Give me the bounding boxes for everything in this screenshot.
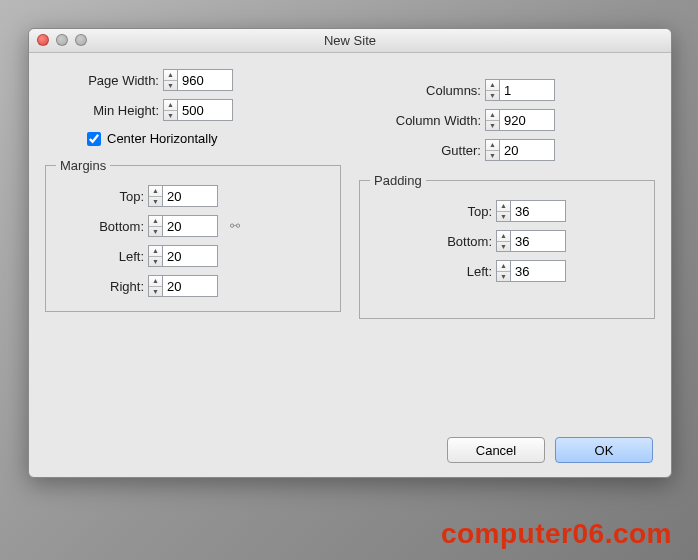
margin-right-spin-buttons[interactable]: ▲▼ (148, 275, 162, 297)
center-horizontally-row: Center Horizontally (87, 131, 341, 146)
padding-left-spin-buttons[interactable]: ▲▼ (496, 260, 510, 282)
watermark: computer06.com (441, 518, 672, 550)
margin-top-stepper[interactable]: ▲▼ (148, 185, 218, 207)
chevron-down-icon[interactable]: ▼ (149, 197, 162, 207)
padding-bottom-row: Bottom: ▲▼ (370, 228, 644, 254)
min-height-input[interactable] (177, 99, 233, 121)
dialog-window: New Site Page Width: ▲▼ Min Height: ▲▼ (28, 28, 672, 478)
cancel-button[interactable]: Cancel (447, 437, 545, 463)
chevron-up-icon[interactable]: ▲ (149, 216, 162, 227)
chevron-up-icon[interactable]: ▲ (486, 140, 499, 151)
gutter-input[interactable] (499, 139, 555, 161)
link-icon[interactable]: ⚯ (230, 220, 240, 232)
center-horizontally-checkbox[interactable] (87, 132, 101, 146)
padding-top-spin-buttons[interactable]: ▲▼ (496, 200, 510, 222)
window-title: New Site (324, 33, 376, 48)
min-height-label: Min Height: (45, 103, 163, 118)
gutter-stepper[interactable]: ▲▼ (485, 139, 555, 161)
column-width-stepper[interactable]: ▲▼ (485, 109, 555, 131)
columns-stepper[interactable]: ▲▼ (485, 79, 555, 101)
margin-bottom-spin-buttons[interactable]: ▲▼ (148, 215, 162, 237)
margin-left-label: Left: (56, 249, 148, 264)
column-width-spin-buttons[interactable]: ▲▼ (485, 109, 499, 131)
margin-left-input[interactable] (162, 245, 218, 267)
gutter-spin-buttons[interactable]: ▲▼ (485, 139, 499, 161)
chevron-up-icon[interactable]: ▲ (497, 201, 510, 212)
padding-top-stepper[interactable]: ▲▼ (496, 200, 566, 222)
chevron-up-icon[interactable]: ▲ (497, 261, 510, 272)
padding-left-label: Left: (370, 264, 496, 279)
chevron-down-icon[interactable]: ▼ (486, 91, 499, 101)
chevron-up-icon[interactable]: ▲ (149, 246, 162, 257)
margin-bottom-input[interactable] (162, 215, 218, 237)
padding-bottom-input[interactable] (510, 230, 566, 252)
chevron-up-icon[interactable]: ▲ (164, 70, 177, 81)
margin-bottom-row: Bottom: ▲▼ ⚯ (56, 213, 330, 239)
chevron-up-icon[interactable]: ▲ (149, 276, 162, 287)
padding-left-row: Left: ▲▼ (370, 258, 644, 284)
chevron-down-icon[interactable]: ▼ (149, 227, 162, 237)
chevron-up-icon[interactable]: ▲ (486, 110, 499, 121)
center-horizontally-label: Center Horizontally (107, 131, 218, 146)
ok-button[interactable]: OK (555, 437, 653, 463)
page-width-stepper[interactable]: ▲▼ (163, 69, 233, 91)
margin-top-label: Top: (56, 189, 148, 204)
chevron-down-icon[interactable]: ▼ (149, 257, 162, 267)
margin-top-row: Top: ▲▼ (56, 183, 330, 209)
gutter-label: Gutter: (359, 143, 485, 158)
page-width-input[interactable] (177, 69, 233, 91)
gutter-row: Gutter: ▲▼ (359, 137, 655, 163)
chevron-down-icon[interactable]: ▼ (486, 151, 499, 161)
chevron-down-icon[interactable]: ▼ (149, 287, 162, 297)
close-icon[interactable] (37, 34, 49, 46)
chevron-down-icon[interactable]: ▼ (164, 111, 177, 121)
padding-left-stepper[interactable]: ▲▼ (496, 260, 566, 282)
margin-left-spin-buttons[interactable]: ▲▼ (148, 245, 162, 267)
chevron-down-icon[interactable]: ▼ (497, 272, 510, 282)
margin-right-input[interactable] (162, 275, 218, 297)
zoom-icon[interactable] (75, 34, 87, 46)
padding-fieldset: Padding Top: ▲▼ Bottom: ▲▼ L (359, 173, 655, 319)
chevron-up-icon[interactable]: ▲ (497, 231, 510, 242)
min-height-spin-buttons[interactable]: ▲▼ (163, 99, 177, 121)
page-width-row: Page Width: ▲▼ (45, 67, 341, 93)
chevron-down-icon[interactable]: ▼ (486, 121, 499, 131)
columns-spin-buttons[interactable]: ▲▼ (485, 79, 499, 101)
left-column: Page Width: ▲▼ Min Height: ▲▼ Center Hor… (45, 67, 341, 319)
columns-label: Columns: (359, 83, 485, 98)
chevron-up-icon[interactable]: ▲ (164, 100, 177, 111)
padding-top-input[interactable] (510, 200, 566, 222)
margin-bottom-stepper[interactable]: ▲▼ (148, 215, 218, 237)
margin-top-input[interactable] (162, 185, 218, 207)
padding-bottom-stepper[interactable]: ▲▼ (496, 230, 566, 252)
min-height-stepper[interactable]: ▲▼ (163, 99, 233, 121)
chevron-up-icon[interactable]: ▲ (486, 80, 499, 91)
chevron-up-icon[interactable]: ▲ (149, 186, 162, 197)
columns-row: Columns: ▲▼ (359, 77, 655, 103)
columns-input[interactable] (499, 79, 555, 101)
margin-top-spin-buttons[interactable]: ▲▼ (148, 185, 162, 207)
traffic-lights (37, 34, 87, 46)
column-width-input[interactable] (499, 109, 555, 131)
padding-bottom-spin-buttons[interactable]: ▲▼ (496, 230, 510, 252)
page-width-spin-buttons[interactable]: ▲▼ (163, 69, 177, 91)
titlebar: New Site (29, 29, 671, 53)
margins-fieldset: Margins Top: ▲▼ Bottom: ▲▼ ⚯ (45, 158, 341, 312)
margin-right-label: Right: (56, 279, 148, 294)
right-column: Columns: ▲▼ Column Width: ▲▼ Gutter: ▲▼ (359, 67, 655, 319)
padding-left-input[interactable] (510, 260, 566, 282)
margin-right-row: Right: ▲▼ (56, 273, 330, 299)
dialog-footer: Cancel OK (447, 437, 653, 463)
margin-right-stepper[interactable]: ▲▼ (148, 275, 218, 297)
min-height-row: Min Height: ▲▼ (45, 97, 341, 123)
margin-left-stepper[interactable]: ▲▼ (148, 245, 218, 267)
dialog-content: Page Width: ▲▼ Min Height: ▲▼ Center Hor… (29, 53, 671, 333)
padding-top-row: Top: ▲▼ (370, 198, 644, 224)
minimize-icon[interactable] (56, 34, 68, 46)
padding-bottom-label: Bottom: (370, 234, 496, 249)
chevron-down-icon[interactable]: ▼ (497, 212, 510, 222)
chevron-down-icon[interactable]: ▼ (497, 242, 510, 252)
padding-top-label: Top: (370, 204, 496, 219)
margin-left-row: Left: ▲▼ (56, 243, 330, 269)
chevron-down-icon[interactable]: ▼ (164, 81, 177, 91)
